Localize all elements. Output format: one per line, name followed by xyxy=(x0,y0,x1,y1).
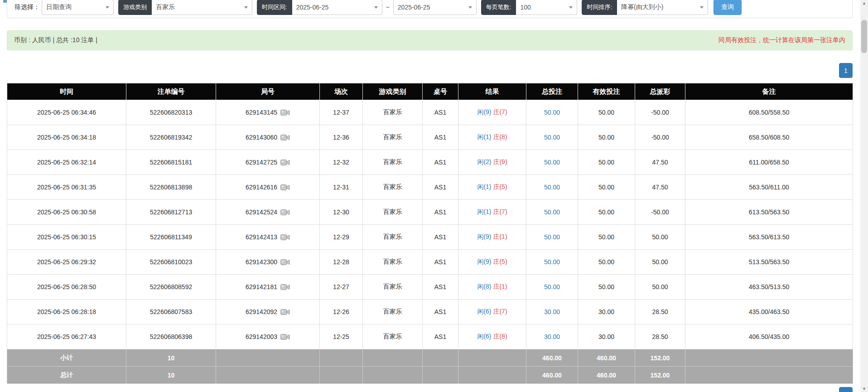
table-row: 2025-06-25 06:30:15522606811349629142413… xyxy=(7,225,853,250)
session-cell: 12-31 xyxy=(320,175,363,200)
scrollbar-thumb[interactable] xyxy=(861,20,867,53)
time-cell: 2025-06-25 06:27:43 xyxy=(7,324,126,349)
table-header-row: 时间 注单编号 局号 场次 游戏类别 桌号 结果 总投注 有效投注 总派彩 备注 xyxy=(7,83,853,100)
total-bet-cell: 50.00 xyxy=(526,275,578,300)
total-bet-link[interactable]: 50.00 xyxy=(544,283,560,290)
subtotal-payout: 152.00 xyxy=(635,349,685,367)
per-page-group: 每页笔数: 100 xyxy=(481,0,578,15)
video-replay-icon[interactable] xyxy=(280,184,290,191)
round-id: 629143060 xyxy=(246,134,277,141)
total-bet-link[interactable]: 50.00 xyxy=(544,258,560,266)
subtotal-row: 小计 10 460.00 460.00 152.00 xyxy=(7,349,853,367)
round-id: 629142413 xyxy=(246,233,277,241)
table-no-cell: AS1 xyxy=(423,324,458,349)
player-result: 闲(9) xyxy=(477,258,491,265)
empty-cell xyxy=(423,367,458,384)
time-to-select[interactable]: 2025-06-25 xyxy=(393,0,477,15)
chevron-down-icon xyxy=(106,6,109,9)
filter-type-select[interactable]: 日期查询 xyxy=(42,0,114,15)
video-replay-icon[interactable] xyxy=(280,134,290,141)
round-cell: 629142616 xyxy=(216,175,320,200)
video-replay-icon[interactable] xyxy=(280,209,290,216)
query-button[interactable]: 查询 xyxy=(714,0,742,15)
time-from-select[interactable]: 2025-06-25 xyxy=(292,0,382,15)
vertical-scrollbar[interactable]: ▲ ▼ xyxy=(860,0,868,392)
total-bet-link[interactable]: 50.00 xyxy=(544,208,560,216)
round-id: 629142092 xyxy=(246,308,277,315)
video-replay-icon[interactable] xyxy=(280,159,290,166)
table-row: 2025-06-25 06:34:46522606820313629143145… xyxy=(7,100,853,125)
table-row: 2025-06-25 06:28:18522606807583629142092… xyxy=(7,300,853,324)
table-no-cell: AS1 xyxy=(423,250,458,275)
video-replay-icon[interactable] xyxy=(280,309,290,315)
video-replay-icon[interactable] xyxy=(280,259,290,266)
player-result: 闲(2) xyxy=(477,158,491,165)
bet-table-body: 2025-06-25 06:34:46522606820313629143145… xyxy=(7,100,853,349)
empty-cell xyxy=(320,367,363,384)
empty-cell xyxy=(685,367,853,384)
scroll-up-icon[interactable]: ▲ xyxy=(860,0,868,6)
time-cell: 2025-06-25 06:34:46 xyxy=(7,100,126,125)
total-bet-link[interactable]: 50.00 xyxy=(544,233,560,241)
round-cell: 629142524 xyxy=(216,200,320,225)
valid-bet-cell: 50.00 xyxy=(578,125,635,150)
total-bet-link[interactable]: 30.00 xyxy=(544,308,560,315)
bet-id-cell: 522606812713 xyxy=(126,200,216,225)
total-valid-bet: 460.00 xyxy=(578,367,635,384)
time-cell: 2025-06-25 06:32:14 xyxy=(7,150,126,175)
round-cell: 629142181 xyxy=(216,275,320,300)
currency-total-text: 币别 : 人民币 | 总共 :10 注单 | xyxy=(14,36,97,44)
game-category-value: 百家乐 xyxy=(156,3,175,11)
total-bet-link[interactable]: 50.00 xyxy=(544,184,560,191)
payout-cell: 28.50 xyxy=(635,300,685,324)
time-cell: 2025-06-25 06:30:58 xyxy=(7,200,126,225)
bet-id-cell: 522606808592 xyxy=(126,275,216,300)
total-bet-link[interactable]: 50.00 xyxy=(544,159,560,166)
payout-cell: 28.50 xyxy=(635,324,685,349)
round-id: 629142524 xyxy=(246,208,277,216)
total-bet-cell: 50.00 xyxy=(526,150,578,175)
video-replay-icon[interactable] xyxy=(280,109,290,116)
scroll-down-icon[interactable]: ▼ xyxy=(860,386,868,392)
table-row: 2025-06-25 06:28:50522606808592629142181… xyxy=(7,275,853,300)
video-replay-icon[interactable] xyxy=(280,334,290,340)
game-type-cell: 百家乐 xyxy=(363,125,423,150)
header-game-type: 游戏类别 xyxy=(363,83,423,100)
summary-bar: 币别 : 人民币 | 总共 :10 注单 | 同局有效投注，统一计算在该局第一张… xyxy=(7,30,853,50)
page-1-button[interactable]: 1 xyxy=(839,63,853,78)
result-cell: 闲(1) 庄(7) xyxy=(458,200,526,225)
remark-cell: 658.50/608.50 xyxy=(685,125,853,150)
game-category-select[interactable]: 百家乐 xyxy=(152,0,252,15)
round-id: 629142003 xyxy=(246,333,277,340)
table-no-cell: AS1 xyxy=(423,175,458,200)
session-cell: 12-36 xyxy=(320,125,363,150)
game-category-label: 游戏类别 xyxy=(118,0,152,15)
game-type-cell: 百家乐 xyxy=(363,300,423,324)
empty-cell xyxy=(216,367,320,384)
session-cell: 12-37 xyxy=(320,100,363,125)
total-bet-link[interactable]: 50.00 xyxy=(544,109,560,116)
result-cell: 闲(6) 庄(7) xyxy=(458,300,526,324)
filter-type-value: 日期查询 xyxy=(46,3,72,11)
banker-result: 庄(5) xyxy=(493,258,507,265)
total-bet-link[interactable]: 30.00 xyxy=(544,333,560,340)
header-total-bet: 总投注 xyxy=(526,83,578,100)
total-bet-cell: 50.00 xyxy=(526,225,578,250)
remark-cell: 563.50/613.50 xyxy=(685,225,853,250)
table-row: 2025-06-25 06:29:32522606810023629142300… xyxy=(7,250,853,275)
total-bet-link[interactable]: 50.00 xyxy=(544,134,560,141)
player-result: 闲(1) xyxy=(477,133,491,140)
video-replay-icon[interactable] xyxy=(280,284,290,290)
remark-cell: 463.50/513.50 xyxy=(685,275,853,300)
video-replay-icon[interactable] xyxy=(280,234,290,241)
game-category-group: 游戏类别 百家乐 xyxy=(118,0,252,15)
per-page-select[interactable]: 100 xyxy=(516,0,577,15)
round-cell: 629142413 xyxy=(216,225,320,250)
subtotal-valid-bet: 460.00 xyxy=(578,349,635,367)
empty-cell xyxy=(216,349,320,367)
page-1-button-bottom[interactable]: 1 xyxy=(839,387,853,392)
total-bet-cell: 50.00 xyxy=(526,100,578,125)
payout-cell: 47.50 xyxy=(635,175,685,200)
filter-row: 筛选择： 日期查询 游戏类别 百家乐 时间区间: 2025-06-25 ~ 20… xyxy=(14,0,742,15)
sort-select[interactable]: 降幂(由大到小) xyxy=(617,0,708,15)
